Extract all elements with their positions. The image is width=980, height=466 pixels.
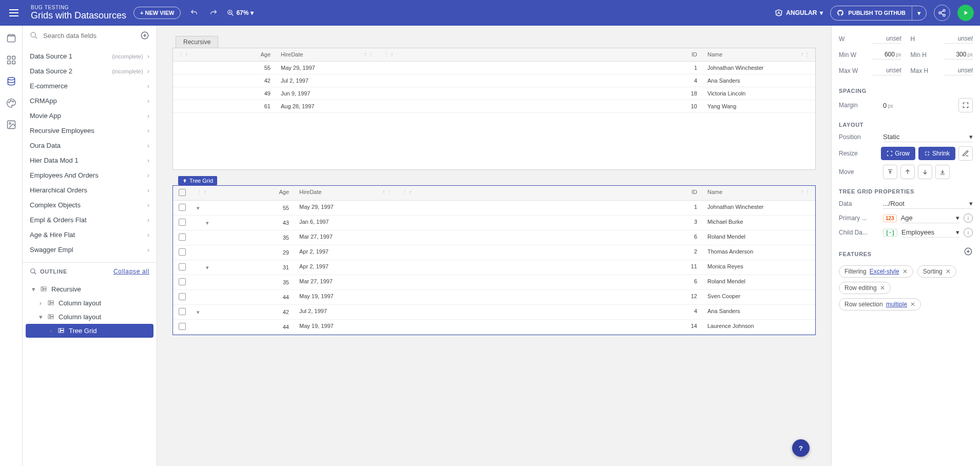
- chevron-down-icon: ▾: [969, 133, 973, 141]
- data-source-item[interactable]: Age & Hire Flat›: [23, 227, 157, 242]
- primarykey-select[interactable]: Age▾: [901, 213, 959, 223]
- selection-tag[interactable]: Tree Grid: [178, 176, 217, 185]
- maxh-input[interactable]: unset: [945, 66, 973, 75]
- rail-assets-icon[interactable]: [6, 119, 17, 130]
- menu-icon[interactable]: [6, 6, 22, 20]
- outline-item[interactable]: ›Column layout: [26, 296, 153, 310]
- view-tab[interactable]: Recursive: [176, 36, 218, 48]
- collapse-all-link[interactable]: Collapse all: [113, 268, 149, 275]
- svg-point-19: [9, 123, 10, 124]
- outline-header: OUTLINE Collapse all: [23, 262, 157, 280]
- help-button[interactable]: ?: [792, 439, 810, 457]
- tree-row[interactable]: 35Mar 27, 19976Roland Mendel: [173, 275, 815, 290]
- tree-grid-selected[interactable]: Tree Grid ⋮ ↑AgeHireDate↑ ⋮⋮ ↑IDName↑ ⋮ …: [172, 185, 816, 335]
- margin-input[interactable]: 0px: [883, 102, 954, 109]
- data-source-item[interactable]: Empl & Orders Flat›: [23, 212, 157, 227]
- zoom-control[interactable]: 67% ▾: [227, 9, 254, 16]
- redo-icon[interactable]: [207, 7, 220, 19]
- outline-item[interactable]: ▾Recursive: [26, 282, 153, 296]
- expand-margin-icon[interactable]: [958, 98, 973, 112]
- outline-item[interactable]: ▾Column layout: [26, 310, 153, 324]
- tree-row[interactable]: 29Apr 2, 19972Thomas Anderson: [173, 245, 815, 260]
- data-source-item[interactable]: Complex Objects›: [23, 198, 157, 212]
- svg-rect-27: [41, 287, 43, 291]
- publish-button[interactable]: PUBLISH TO GITHUB ▾: [830, 6, 927, 21]
- search-input[interactable]: [42, 31, 136, 40]
- data-source-item[interactable]: E-commerce›: [23, 79, 157, 93]
- design-canvas[interactable]: Recursive ⋮ ↑AgeHireDate↑ ⋮⋮ ↑IDName↑ ⋮ …: [157, 26, 831, 466]
- share-button[interactable]: [934, 5, 950, 21]
- move-up-icon[interactable]: [900, 165, 915, 179]
- rail-theme-icon[interactable]: [6, 98, 17, 109]
- data-source-item[interactable]: Data Source 2(incomplete)›: [23, 64, 157, 79]
- add-feature-icon[interactable]: [964, 247, 973, 256]
- svg-rect-10: [7, 56, 10, 60]
- data-source-item[interactable]: Employees And Orders›: [23, 168, 157, 183]
- info-icon[interactable]: i: [964, 228, 973, 237]
- grid-1[interactable]: ⋮ ↑AgeHireDate↑ ⋮⋮ ↑IDName↑ ⋮ 55May 29, …: [172, 48, 816, 170]
- position-select[interactable]: Static▾: [883, 132, 973, 142]
- tree-row[interactable]: 44May 19, 199714Laurence Johnson: [173, 320, 815, 335]
- data-source-item[interactable]: Oura Data›: [23, 138, 157, 153]
- info-icon[interactable]: i: [964, 213, 973, 223]
- spacing-section: SPACING: [839, 88, 973, 94]
- svg-rect-11: [12, 56, 15, 60]
- maxw-input[interactable]: unset: [873, 66, 901, 75]
- tree-row[interactable]: ▾42Jul 2, 19974Ana Sanders: [173, 305, 815, 320]
- shrink-button[interactable]: Shrink: [918, 147, 955, 160]
- tree-row[interactable]: ▾55May 29, 19971Johnathan Winchester: [173, 201, 815, 216]
- nav-rail: [0, 26, 23, 466]
- data-source-item[interactable]: CRMApp›: [23, 93, 157, 108]
- data-source-item[interactable]: Hierarchical Orders›: [23, 183, 157, 198]
- svg-rect-34: [50, 315, 53, 317]
- data-source-item[interactable]: Swagger Empl›: [23, 242, 157, 257]
- feature-pill[interactable]: Row editing ✕: [839, 282, 891, 294]
- childdata-select[interactable]: Employees▾: [901, 227, 959, 238]
- arrow-up-icon: [182, 178, 187, 183]
- svg-point-6: [943, 14, 945, 16]
- svg-point-5: [939, 12, 941, 14]
- svg-point-25: [31, 269, 35, 273]
- feature-pill[interactable]: Sorting ✕: [917, 265, 956, 278]
- table-row[interactable]: 49Jun 9, 199718Victoria Lincoln: [173, 87, 815, 100]
- minh-input[interactable]: 300px: [945, 50, 973, 60]
- outline-item[interactable]: ›Tree Grid: [26, 324, 153, 338]
- table-row[interactable]: 55May 29, 19971Johnathan Winchester: [173, 62, 815, 74]
- rail-data-icon[interactable]: [6, 76, 17, 87]
- svg-rect-37: [61, 328, 64, 331]
- move-top-icon[interactable]: [883, 165, 897, 179]
- publish-caret[interactable]: ▾: [912, 6, 926, 20]
- table-row[interactable]: 42Jul 2, 19974Ana Sanders: [173, 74, 815, 87]
- outline-tree: ▾Recursive›Column layout▾Column layout›T…: [23, 280, 157, 343]
- framework-select[interactable]: ANGULAR ▾: [775, 9, 823, 17]
- tree-row[interactable]: 35Mar 27, 19976Roland Mendel: [173, 230, 815, 245]
- feature-pill[interactable]: Row selection multiple ✕: [839, 298, 921, 310]
- data-source-item[interactable]: Hier Data Mod 1›: [23, 153, 157, 168]
- undo-icon[interactable]: [188, 7, 200, 19]
- move-bottom-icon[interactable]: [935, 165, 950, 179]
- data-select[interactable]: .../Root▾: [883, 199, 973, 209]
- tree-row[interactable]: ▾31Apr 2, 199711Monica Reyes: [173, 260, 815, 275]
- width-input[interactable]: unset: [873, 34, 901, 44]
- data-source-item[interactable]: Data Source 1(incomplete)›: [23, 49, 157, 64]
- grow-button[interactable]: Grow: [881, 147, 915, 160]
- tree-row[interactable]: ▾43Jan 6, 19973Michael Burke: [173, 216, 815, 230]
- table-row[interactable]: 61Aug 28, 199710Yang Wang: [173, 100, 815, 113]
- tree-row[interactable]: 44May 19, 199712Sven Cooper: [173, 290, 815, 305]
- angular-icon: [775, 9, 783, 17]
- height-input[interactable]: unset: [945, 34, 973, 44]
- run-button[interactable]: [957, 5, 974, 21]
- new-view-button[interactable]: + NEW VIEW: [133, 7, 181, 19]
- resize-edit-icon[interactable]: [958, 146, 973, 161]
- add-datasource-icon[interactable]: [140, 31, 149, 40]
- rail-components-icon[interactable]: [6, 54, 17, 66]
- move-down-icon[interactable]: [918, 165, 932, 179]
- data-source-item[interactable]: Movie App›: [23, 108, 157, 123]
- feature-pill[interactable]: Filtering Excel-style ✕: [839, 265, 913, 278]
- project-subtitle: BUG TESTING: [31, 5, 126, 11]
- minw-input[interactable]: 600px: [873, 50, 901, 60]
- data-source-item[interactable]: Recursive Employees›: [23, 123, 157, 138]
- top-bar: BUG TESTING Grids with Datasources + NEW…: [0, 0, 980, 26]
- zoom-icon: [227, 9, 234, 16]
- rail-views-icon[interactable]: [6, 33, 17, 44]
